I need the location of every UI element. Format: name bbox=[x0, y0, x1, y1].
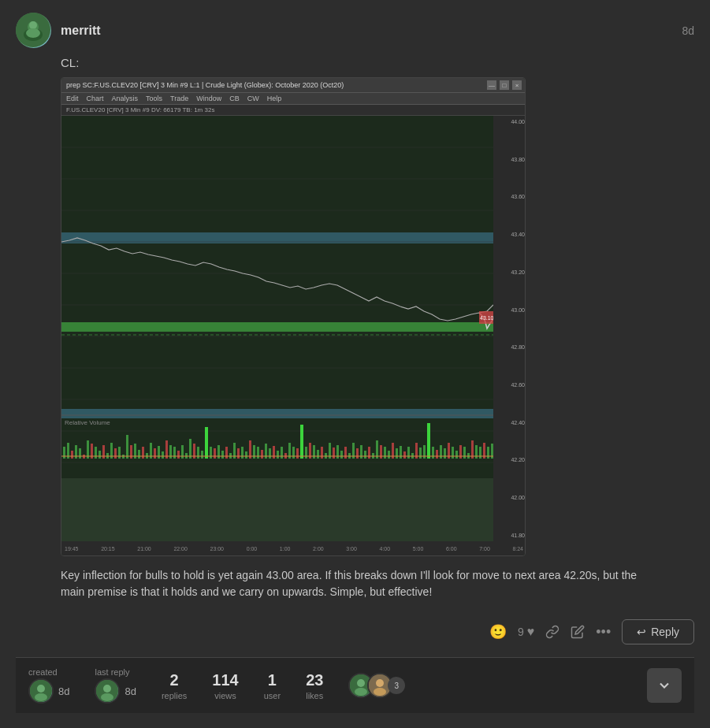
menu-cw[interactable]: CW bbox=[247, 95, 259, 102]
chart-titlebar-controls: — □ × bbox=[487, 80, 522, 90]
price-44-00: 44.00 bbox=[495, 119, 525, 124]
svg-rect-59 bbox=[201, 451, 203, 459]
svg-rect-108 bbox=[396, 448, 398, 459]
last-reply-value-row: 8d bbox=[95, 678, 136, 704]
svg-rect-106 bbox=[388, 451, 390, 459]
chart-price-axis: 44.00 43.80 43.60 43.40 43.20 43.00 42.8… bbox=[493, 116, 526, 541]
chart-title-text: prep SC:F.US.CLEV20 [CRV] 3 Min #9 L:1 |… bbox=[66, 81, 344, 89]
replies-label: replies bbox=[162, 691, 187, 700]
menu-edit[interactable]: Edit bbox=[66, 95, 79, 102]
volume-label-text: Relative Volume bbox=[65, 419, 110, 426]
last-reply-label: last reply bbox=[95, 667, 136, 677]
created-value-row: 8d bbox=[28, 678, 69, 704]
replies-count: 2 bbox=[170, 671, 179, 689]
chart-svg: 43.10 Relative Volume bbox=[61, 116, 493, 478]
post-container: merritt 8d CL: prep SC:F.US.CLEV20 [CRV]… bbox=[0, 0, 710, 726]
reaction-count: 9 ♥ bbox=[518, 625, 534, 639]
last-reply-avatar bbox=[95, 678, 120, 704]
svg-point-4 bbox=[26, 28, 40, 38]
last-reply-time: 8d bbox=[125, 685, 136, 697]
svg-rect-7 bbox=[61, 322, 493, 332]
svg-rect-43 bbox=[138, 450, 140, 459]
heart-icon[interactable]: ♥ bbox=[527, 625, 535, 639]
likes-count: 23 bbox=[306, 671, 323, 689]
post-label: CL: bbox=[61, 56, 694, 69]
price-43-20: 43.20 bbox=[495, 269, 525, 275]
price-43-80: 43.80 bbox=[495, 157, 525, 162]
svg-rect-28 bbox=[79, 448, 81, 459]
link-button[interactable] bbox=[545, 625, 559, 639]
menu-analysis[interactable]: Analysis bbox=[112, 95, 139, 102]
svg-rect-83 bbox=[296, 448, 299, 459]
svg-rect-78 bbox=[277, 451, 279, 459]
svg-rect-33 bbox=[99, 451, 101, 459]
avatar[interactable] bbox=[16, 13, 51, 48]
svg-rect-116 bbox=[427, 423, 430, 459]
post-header-left: merritt bbox=[16, 13, 101, 48]
menu-cb[interactable]: CB bbox=[229, 95, 240, 102]
svg-rect-9 bbox=[61, 409, 493, 418]
svg-rect-26 bbox=[71, 451, 73, 459]
svg-point-135 bbox=[37, 685, 45, 693]
emoji-reaction-button[interactable]: 🙂 bbox=[489, 623, 507, 641]
user-count: 1 bbox=[268, 671, 277, 689]
svg-point-136 bbox=[35, 693, 47, 701]
chart-titlebar: prep SC:F.US.CLEV20 [CRV] 3 Min #9 L:1 |… bbox=[61, 78, 526, 93]
svg-rect-60 bbox=[205, 427, 208, 459]
chart-menubar: Edit Chart Analysis Tools Trade Window C… bbox=[61, 93, 526, 105]
price-42-80: 42.80 bbox=[495, 344, 525, 350]
close-button[interactable]: × bbox=[512, 80, 522, 90]
svg-rect-53 bbox=[177, 451, 180, 459]
svg-rect-49 bbox=[162, 451, 164, 459]
svg-rect-120 bbox=[444, 448, 446, 459]
price-42-20: 42.20 bbox=[495, 457, 525, 462]
post-footer: created 8d last reply bbox=[16, 658, 694, 713]
footer-created: created 8d bbox=[28, 667, 69, 704]
svg-rect-110 bbox=[403, 451, 406, 459]
svg-point-144 bbox=[376, 679, 384, 687]
footer-replies: 2 replies bbox=[162, 671, 187, 700]
post-text: Key inflection for bulls to hold is yet … bbox=[61, 567, 660, 600]
svg-rect-62 bbox=[214, 448, 216, 459]
svg-rect-76 bbox=[269, 448, 271, 459]
svg-rect-94 bbox=[340, 451, 343, 459]
expand-button[interactable] bbox=[647, 668, 682, 703]
edit-button[interactable] bbox=[571, 625, 585, 639]
reply-button[interactable]: ↩ Reply bbox=[622, 619, 694, 644]
svg-text:43.10: 43.10 bbox=[480, 315, 493, 321]
post-actions: 🙂 9 ♥ ••• ↩ Reply bbox=[16, 613, 694, 651]
svg-rect-92 bbox=[333, 448, 335, 459]
svg-rect-74 bbox=[261, 450, 263, 459]
svg-point-138 bbox=[103, 685, 111, 693]
views-label: views bbox=[214, 691, 236, 700]
menu-chart[interactable]: Chart bbox=[87, 95, 104, 102]
svg-rect-114 bbox=[419, 448, 422, 459]
price-41-80: 41.80 bbox=[495, 533, 525, 538]
menu-help[interactable]: Help bbox=[267, 95, 282, 102]
reaction-number: 9 bbox=[518, 626, 524, 638]
svg-rect-64 bbox=[221, 451, 224, 459]
svg-point-145 bbox=[374, 688, 386, 696]
more-button[interactable]: ••• bbox=[596, 624, 611, 641]
created-label: created bbox=[28, 667, 69, 677]
menu-trade[interactable]: Trade bbox=[170, 95, 188, 102]
chart-info-text: F.US.CLEV20 [CRV] 3 Min #9 DV: 66179 TB:… bbox=[66, 106, 214, 113]
menu-window[interactable]: Window bbox=[196, 95, 221, 102]
svg-point-3 bbox=[29, 21, 37, 29]
maximize-button[interactable]: □ bbox=[500, 80, 509, 90]
footer-likes: 23 likes bbox=[306, 671, 323, 700]
chart-image-container: prep SC:F.US.CLEV20 [CRV] 3 Min #9 L:1 |… bbox=[61, 77, 526, 556]
svg-point-139 bbox=[101, 693, 113, 701]
user-count-badge: 3 bbox=[388, 677, 405, 694]
svg-rect-98 bbox=[356, 448, 359, 459]
created-time: 8d bbox=[58, 685, 69, 697]
price-43-60: 43.60 bbox=[495, 194, 525, 199]
menu-tools[interactable]: Tools bbox=[146, 95, 162, 102]
timestamp: 8d bbox=[682, 24, 694, 37]
username[interactable]: merritt bbox=[61, 24, 101, 38]
minimize-button[interactable]: — bbox=[487, 80, 496, 90]
svg-rect-84 bbox=[300, 425, 303, 459]
svg-rect-68 bbox=[237, 448, 240, 459]
price-42-00: 42.00 bbox=[495, 495, 525, 500]
views-count: 114 bbox=[212, 671, 238, 689]
